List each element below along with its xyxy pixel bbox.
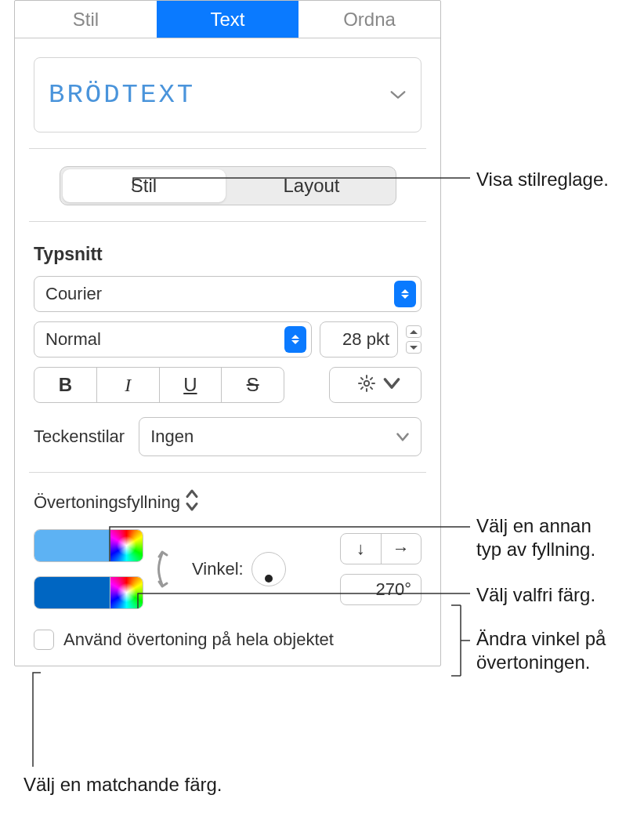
angle-field[interactable]: 270° [340, 574, 421, 605]
up-down-icon [284, 326, 306, 353]
gradient-stop-1 [34, 529, 143, 562]
up-down-icon [394, 281, 416, 307]
seg-stil[interactable]: Stil [63, 169, 226, 202]
paragraph-style-dropdown[interactable]: BRÖDTEXT [34, 57, 421, 132]
svg-point-0 [364, 381, 369, 386]
gradient-color-2[interactable] [34, 577, 110, 608]
font-size-stepper [406, 321, 421, 358]
character-style-value: Ingen [150, 426, 194, 447]
swap-colors-icon[interactable] [154, 546, 181, 593]
text-style-group: B I U S [34, 367, 284, 403]
font-size-down[interactable] [406, 341, 421, 354]
strikethrough-button[interactable]: S [222, 368, 284, 402]
callout-fill-type: Välj en annan typ av fyllning. [476, 514, 595, 561]
chevron-down-icon [396, 426, 410, 447]
angle-dial[interactable] [251, 552, 286, 586]
color-wheel-icon[interactable] [110, 577, 143, 608]
underline-button[interactable]: U [160, 368, 223, 402]
bold-button[interactable]: B [34, 368, 97, 402]
direction-down[interactable]: ↓ [341, 534, 382, 564]
font-size-value: 28 pkt [342, 329, 389, 350]
color-wheel-icon[interactable] [110, 530, 143, 561]
callout-angle: Ändra vinkel på övertoningen. [476, 627, 606, 674]
tab-ordna[interactable]: Ordna [298, 1, 440, 38]
font-family-select[interactable]: Courier [34, 276, 421, 312]
seg-layout[interactable]: Layout [228, 167, 396, 205]
fill-type-label: Övertoningsfyllning [34, 492, 180, 513]
gradient-stop-2 [34, 576, 143, 609]
gradient-stops [34, 529, 143, 609]
callout-matching: Välj en matchande färg. [24, 773, 223, 797]
font-weight-value: Normal [45, 329, 284, 350]
angle-dial-indicator [265, 575, 273, 583]
gradient-color-1[interactable] [34, 530, 110, 561]
chevron-down-icon [382, 374, 393, 396]
tab-stil[interactable]: Stil [15, 1, 157, 38]
advanced-options-button[interactable] [329, 367, 421, 403]
angle-value: 270° [375, 579, 411, 600]
gear-icon [357, 374, 376, 396]
divider [29, 148, 426, 149]
gradient-direction-segmented: ↓ → [340, 533, 421, 564]
character-styles-label: Teckenstilar [34, 426, 125, 447]
top-tabs: Stil Text Ordna [15, 1, 440, 38]
chevron-down-icon [389, 89, 407, 100]
fill-type-select[interactable]: Övertoningsfyllning [34, 488, 421, 517]
font-weight-select[interactable]: Normal [34, 321, 312, 358]
direction-right[interactable]: → [382, 534, 421, 564]
character-style-select[interactable]: Ingen [139, 417, 421, 456]
divider [29, 221, 426, 222]
tab-text[interactable]: Text [157, 1, 298, 38]
italic-button[interactable]: I [97, 368, 160, 402]
angle-label: Vinkel: [192, 559, 244, 579]
format-panel: Stil Text Ordna BRÖDTEXT Stil Layout Typ… [14, 0, 441, 666]
font-family-value: Courier [45, 284, 394, 304]
font-size-up[interactable] [406, 325, 421, 338]
divider [29, 472, 426, 473]
font-size-field[interactable]: 28 pkt [320, 321, 398, 358]
apply-gradient-whole-object-label: Använd övertoning på hela objektet [63, 630, 334, 650]
callout-any-color: Välj valfri färg. [476, 583, 595, 607]
apply-gradient-whole-object-checkbox[interactable] [34, 630, 54, 650]
stil-layout-segmented: Stil Layout [60, 166, 396, 205]
paragraph-style-name: BRÖDTEXT [49, 80, 195, 110]
up-down-icon [185, 488, 199, 517]
section-typsnitt: Typsnitt [34, 244, 421, 265]
callout-show-style: Visa stilreglage. [476, 168, 609, 191]
